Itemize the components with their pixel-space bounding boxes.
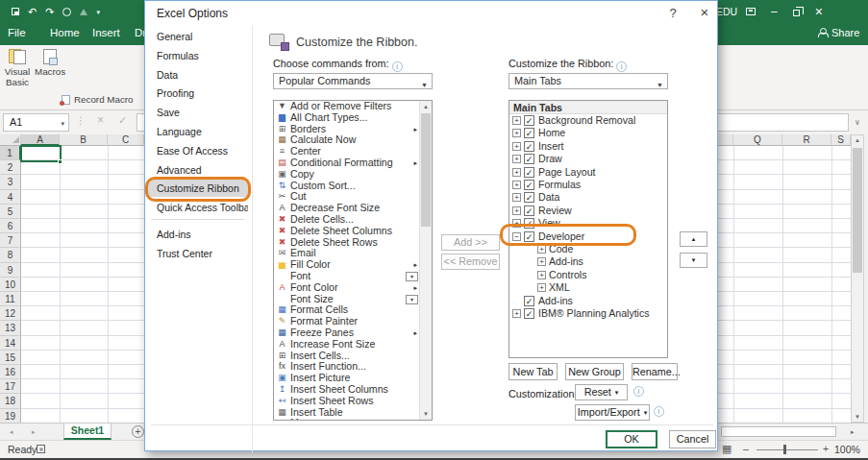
tree-expander-icon[interactable]: + xyxy=(512,142,521,151)
tree-expander-icon[interactable]: + xyxy=(512,155,521,163)
tree-item-add-ins[interactable]: ✓Add-ins xyxy=(509,295,667,307)
tree-expander-icon[interactable]: + xyxy=(512,219,521,228)
tree-expander-icon[interactable]: + xyxy=(537,257,546,266)
row-header-3[interactable]: 3 xyxy=(0,175,21,189)
checkbox-formulas[interactable]: ✓ xyxy=(524,180,534,190)
tree-expander-icon[interactable]: + xyxy=(537,271,546,279)
tree-item-add-ins[interactable]: +Add-ins xyxy=(509,255,667,268)
tree-item-data[interactable]: +✓Data xyxy=(509,191,667,204)
dialog-close-button[interactable]: × xyxy=(695,4,714,20)
sheet-tab-active[interactable]: Sheet1 xyxy=(63,424,112,440)
scrollbar-thumb[interactable] xyxy=(853,148,862,273)
ribbon-display-options-icon[interactable] xyxy=(746,8,756,15)
checkbox-ibm-planning-analytics[interactable]: ✓ xyxy=(524,308,534,319)
minimize-icon[interactable]: – xyxy=(771,6,778,17)
name-box-caret-icon[interactable]: ▾ xyxy=(61,115,64,132)
zoom-level[interactable]: 100% xyxy=(834,444,860,455)
sidebar-item-add-ins[interactable]: Add-ins xyxy=(148,226,248,243)
sidebar-item-ease-of-access[interactable]: Ease Of Access xyxy=(148,142,248,159)
command-font-color[interactable]: AFont Color▸ xyxy=(274,282,420,294)
checkbox-draw[interactable]: ✓ xyxy=(524,154,534,164)
command-macros[interactable]: ▶Macros xyxy=(274,418,420,421)
sidebar-item-language[interactable]: Language xyxy=(148,123,248,140)
help-button[interactable]: ? xyxy=(664,6,682,20)
checkbox-add-ins[interactable]: ✓ xyxy=(524,296,534,306)
remove-button[interactable]: << Remove xyxy=(441,254,500,270)
row-header-11[interactable]: 11 xyxy=(0,292,21,306)
confirm-entry-icon[interactable]: ✓ xyxy=(118,114,127,127)
command-delete-sheet-columns[interactable]: ✖Delete Sheet Columns xyxy=(274,226,420,237)
row-header-14[interactable]: 14 xyxy=(0,336,21,351)
inactive-icon[interactable] xyxy=(80,9,87,15)
row-header-9[interactable]: 9 xyxy=(0,263,21,278)
sidebar-item-trust-center[interactable]: Trust Center xyxy=(148,245,248,262)
page-layout-view-icon[interactable]: ▦ xyxy=(722,443,732,455)
tree-item-xml[interactable]: +XML xyxy=(509,281,667,294)
command-all-chart-types[interactable]: ▆All Chart Types... xyxy=(274,112,420,124)
tree-item-home[interactable]: +✓Home xyxy=(509,127,667,139)
ribbon-button-visual-basic[interactable]: Visual Basic xyxy=(2,49,33,87)
redo-icon[interactable]: ↷ xyxy=(45,7,54,17)
row-header-16[interactable]: 16 xyxy=(0,365,21,379)
row-header-18[interactable]: 18 xyxy=(0,394,21,408)
reset-button[interactable]: Reset▾ xyxy=(575,384,628,400)
command-increase-font-size[interactable]: AIncrease Font Size xyxy=(274,339,420,351)
commands-list[interactable]: ▼Add or Remove Filters▆All Chart Types..… xyxy=(273,100,433,421)
row-header-13[interactable]: 13 xyxy=(0,321,21,335)
import-export-button[interactable]: Import/Export▾ xyxy=(575,404,650,421)
fill-handle[interactable] xyxy=(58,159,62,164)
column-header-s[interactable]: S xyxy=(831,134,851,146)
dialog-title-bar[interactable] xyxy=(145,1,717,24)
tree-item-formulas[interactable]: +✓Formulas xyxy=(509,179,667,191)
header-corner[interactable] xyxy=(0,134,21,146)
scrollbar-thumb[interactable] xyxy=(421,113,431,227)
tree-item-insert[interactable]: +✓Insert xyxy=(509,140,667,153)
new-group-button[interactable]: New Group xyxy=(565,363,624,380)
checkbox-view[interactable]: ✓ xyxy=(524,218,534,229)
row-header-10[interactable]: 10 xyxy=(0,278,21,292)
customize-ribbon-dropdown[interactable]: Main Tabs ▼ xyxy=(508,73,668,89)
scroll-up-icon[interactable]: ▲ xyxy=(420,101,432,112)
scroll-down-icon[interactable]: ▼ xyxy=(851,411,864,423)
checkbox-page-layout[interactable]: ✓ xyxy=(524,167,534,178)
column-header-c[interactable]: C xyxy=(108,134,144,146)
touch-mode-icon[interactable] xyxy=(62,8,71,16)
sidebar-item-general[interactable]: General xyxy=(148,28,248,45)
row-header-8[interactable]: 8 xyxy=(0,248,21,262)
ribbon-tab-insert[interactable]: Insert xyxy=(92,27,120,38)
checkbox-data[interactable]: ✓ xyxy=(524,192,534,203)
scroll-up-icon[interactable]: ▲ xyxy=(851,134,864,147)
move-down-button[interactable]: ▼ xyxy=(680,253,707,268)
share-button[interactable]: Share xyxy=(818,27,859,38)
tree-expander-icon[interactable]: + xyxy=(512,193,521,202)
row-header-19[interactable]: 19 xyxy=(0,409,21,424)
tree-expander-icon[interactable]: + xyxy=(512,309,521,318)
restore-icon[interactable] xyxy=(793,10,800,16)
tree-expander-icon[interactable]: + xyxy=(537,283,546,292)
scroll-down-icon[interactable]: ▼ xyxy=(420,408,432,420)
tree-expander-icon[interactable]: + xyxy=(512,168,521,177)
checkbox-background-removal[interactable]: ✓ xyxy=(524,115,534,126)
checkbox-developer[interactable]: ✓ xyxy=(524,231,534,242)
sidebar-item-data[interactable]: Data xyxy=(148,66,248,84)
select-all-corner[interactable] xyxy=(12,136,19,143)
tree-item-ibm-planning-analytics[interactable]: +✓IBM® Planning Analytics xyxy=(509,307,667,320)
commands-scrollbar[interactable]: ▲ ▼ xyxy=(419,101,432,420)
ribbon-button-record-macro[interactable]: Record Macro xyxy=(62,93,134,106)
tree-expander-icon[interactable]: + xyxy=(512,206,521,215)
rename-button[interactable]: Rename... xyxy=(632,363,678,380)
sheet-area-left[interactable] xyxy=(0,146,144,423)
row-header-4[interactable]: 4 xyxy=(0,190,21,205)
row-header-6[interactable]: 6 xyxy=(0,219,21,233)
tree-item-controls[interactable]: +Controls xyxy=(509,269,667,281)
tree-item-view[interactable]: +✓View xyxy=(509,217,667,230)
sidebar-item-proofing[interactable]: Proofing xyxy=(148,85,248,102)
cancel-button[interactable]: Cancel xyxy=(669,430,716,448)
expand-formula-bar-icon[interactable]: ∨ xyxy=(851,114,864,131)
row-header-5[interactable]: 5 xyxy=(0,205,21,219)
checkbox-review[interactable]: ✓ xyxy=(524,206,534,216)
sheet-nav-next-icon[interactable]: ▸ xyxy=(32,428,36,436)
row-header-17[interactable]: 17 xyxy=(0,379,21,394)
save-icon[interactable] xyxy=(12,8,19,15)
row-header-15[interactable]: 15 xyxy=(0,351,21,365)
